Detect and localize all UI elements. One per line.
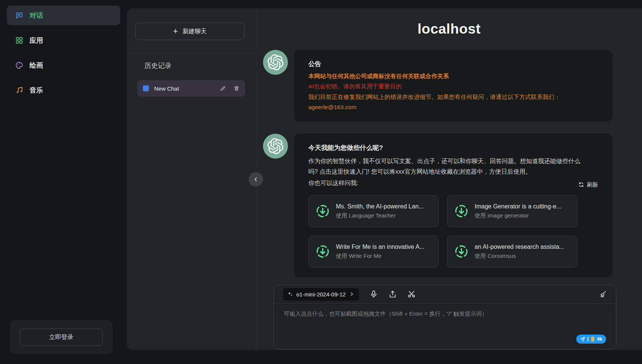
chat-history-item[interactable]: New Chat	[137, 80, 245, 97]
plus-icon: +	[173, 27, 178, 35]
welcome-body: 作为你的智慧伙伴，我不仅可以写文案、出点子，还可以和你聊天、回答问题。想知道我还…	[308, 156, 580, 177]
suggestion-subtitle: 使用 Consensus	[475, 253, 564, 260]
suggestion-title: Write For Me is an innovative A...	[336, 244, 424, 250]
edit-chat-icon[interactable]	[220, 85, 226, 91]
palette-icon	[15, 61, 23, 69]
chat-history-list: New Chat	[127, 80, 256, 97]
composer: o1-mini-2024-09-12	[274, 285, 616, 349]
suggestion-card[interactable]: an AI-powered research assista... 使用 Con…	[447, 236, 577, 268]
chat-color-swatch	[143, 85, 149, 91]
login-button[interactable]: 立即登录	[20, 329, 103, 346]
message-list: 公告 本网站与任何其他公司或商标没有任何关联或合作关系 AI也会犯错。请勿将其用…	[256, 37, 642, 278]
suggestion-text: an AI-powered research assista... 使用 Con…	[475, 244, 564, 260]
announcement-notice: 我们目前正在修复我们网站上的错误并改进细节。如果您有任何疑问，请通过以下方式联系…	[308, 93, 598, 101]
model-selector[interactable]: o1-mini-2024-09-12	[283, 288, 359, 301]
assistant-avatar	[263, 134, 288, 159]
delete-chat-icon[interactable]	[234, 85, 240, 91]
circle-arrow-down-icon	[316, 244, 330, 259]
welcome-message: 今天我能为您做些什么呢? 作为你的智慧伙伴，我不仅可以写文案、出点子，还可以和你…	[263, 134, 613, 278]
suggestion-subtitle: 使用 Write For Me	[336, 253, 424, 260]
suggestion-text: Write For Me is an innovative A... 使用 Wr…	[336, 244, 424, 260]
sidebar-item-music[interactable]: 音乐	[7, 80, 120, 100]
coin-icon	[591, 336, 595, 342]
collapse-sidebar-button[interactable]	[249, 172, 263, 187]
sidebar-nav: 对话 应用 绘画 音乐	[0, 0, 127, 106]
suggestion-subtitle: 使用 Language Teacher	[336, 212, 424, 219]
chat-title: New Chat	[154, 85, 215, 92]
suggestion-card[interactable]: Write For Me is an innovative A... 使用 Wr…	[308, 236, 439, 268]
send-button[interactable]: 4k	[576, 335, 606, 344]
upload-icon	[388, 290, 397, 298]
sidebar-item-apps[interactable]: 应用	[7, 31, 120, 50]
sidebar-item-label: 对话	[29, 11, 43, 20]
divider	[127, 53, 256, 54]
contact-email-link[interactable]: ageerle@163.com	[308, 103, 598, 111]
announcement-bubble: 公告 本网站与任何其他公司或商标没有任何关联或合作关系 AI也会犯错。请勿将其用…	[294, 50, 613, 122]
grid-icon	[15, 36, 23, 45]
refresh-label: 刷新	[587, 181, 598, 188]
message-input[interactable]	[284, 310, 606, 335]
circle-arrow-down-icon	[316, 204, 330, 218]
new-chat-label: 新建聊天	[183, 28, 207, 35]
chevron-right-icon	[349, 292, 354, 297]
announcement-warning: AI也会犯错。请勿将其用于重要目的	[308, 82, 598, 91]
hint-row: 你也可以这样问我: 刷新	[308, 178, 598, 188]
openai-logo-icon	[268, 54, 283, 70]
microphone-button[interactable]	[370, 290, 378, 298]
suggestion-text: Ms. Smith, the AI-powered Lan... 使用 Lang…	[336, 203, 424, 219]
suggestion-cards: Ms. Smith, the AI-powered Lan... 使用 Lang…	[308, 195, 598, 268]
welcome-bubble: 今天我能为您做些什么呢? 作为你的智慧伙伴，我不仅可以写文案、出点子，还可以和你…	[294, 134, 613, 278]
content-panel: + 新建聊天 历史记录 New Chat localhost	[127, 8, 642, 350]
sidebar: 对话 应用 绘画 音乐 立即登录	[0, 0, 127, 364]
announcement-heading: 公告	[308, 60, 598, 68]
history-heading: 历史记录	[144, 61, 256, 70]
screenshot-button[interactable]	[407, 290, 416, 298]
suggestion-title: Image Generator is a cutting-e...	[475, 203, 561, 210]
suggestion-title: an AI-powered research assista...	[475, 244, 564, 250]
composer-toolbar: o1-mini-2024-09-12	[274, 285, 616, 304]
sidebar-item-draw[interactable]: 绘画	[7, 56, 120, 75]
microphone-icon	[370, 290, 378, 298]
suggestion-card[interactable]: Ms. Smith, the AI-powered Lan... 使用 Lang…	[308, 195, 439, 227]
suggestion-subtitle: 使用 image generator	[475, 212, 561, 219]
welcome-heading: 今天我能为您做些什么呢?	[308, 143, 598, 152]
openai-logo-icon	[268, 138, 283, 154]
upload-button[interactable]	[388, 290, 397, 298]
badge-separator	[588, 337, 588, 341]
chat-list-panel: + 新建聊天 历史记录 New Chat	[127, 8, 256, 350]
chat-bubble-icon	[15, 11, 23, 20]
sidebar-item-label: 应用	[29, 36, 43, 45]
music-note-icon	[15, 86, 23, 94]
announcement-disclaimer: 本网站与任何其他公司或商标没有任何关联或合作关系	[308, 72, 598, 80]
page-title: localhost	[256, 21, 642, 37]
model-name: o1-mini-2024-09-12	[296, 291, 346, 298]
circle-arrow-down-icon	[454, 244, 469, 259]
sparkle-icon	[288, 292, 293, 297]
suggestion-card[interactable]: Image Generator is a cutting-e... 使用 ima…	[447, 195, 577, 227]
refresh-icon	[578, 182, 584, 188]
scissors-icon	[407, 290, 416, 298]
clear-context-button[interactable]	[599, 290, 607, 298]
suggestion-text: Image Generator is a cutting-e... 使用 ima…	[475, 203, 561, 219]
new-chat-button[interactable]: + 新建聊天	[135, 23, 244, 40]
composer-input-area	[274, 304, 616, 349]
sidebar-item-chat[interactable]: 对话	[7, 6, 120, 25]
announcement-message: 公告 本网站与任何其他公司或商标没有任何关联或合作关系 AI也会犯错。请勿将其用…	[263, 50, 613, 122]
broom-icon	[599, 290, 607, 298]
paper-plane-icon	[580, 336, 585, 342]
sidebar-item-label: 音乐	[29, 86, 43, 95]
assistant-avatar	[263, 50, 288, 75]
suggestion-title: Ms. Smith, the AI-powered Lan...	[336, 203, 424, 210]
chat-main: localhost 公告 本网站与任何其他公司或商标没有任何关联或合作关系 AI…	[256, 8, 642, 350]
login-card: 立即登录	[10, 320, 113, 354]
token-limit-label: 4k	[597, 336, 602, 342]
refresh-suggestions-button[interactable]: 刷新	[578, 181, 598, 188]
chevron-left-icon	[253, 176, 259, 182]
ask-hint: 你也可以这样问我:	[308, 178, 358, 188]
sidebar-item-label: 绘画	[29, 61, 43, 70]
circle-arrow-down-icon	[454, 204, 469, 218]
